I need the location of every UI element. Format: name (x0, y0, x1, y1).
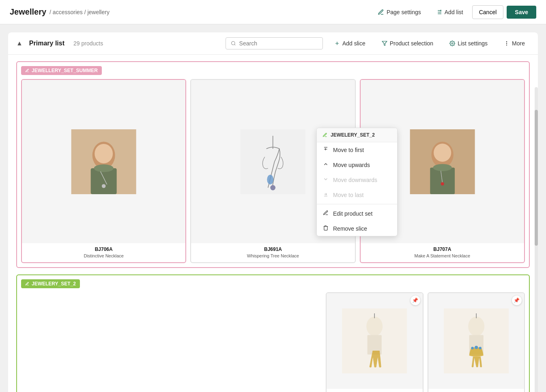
save-button[interactable]: Save (507, 6, 536, 19)
product-image: 📌 (428, 293, 524, 389)
scroll-thumb[interactable] (535, 110, 538, 246)
context-menu-title: JEWELERY_SET_2 (331, 132, 375, 138)
svg-point-31 (441, 182, 444, 185)
product-info: BJ707A Make A Statement Necklace (361, 243, 524, 262)
move-downwards-item[interactable]: Move downwards (317, 172, 397, 187)
cancel-button[interactable]: Cancel (472, 5, 504, 19)
product-set-summer: JEWELLERY_SET_SUMMER (16, 61, 530, 268)
product-card[interactable]: 📌 BJ743A Mexican Fan Necklace (428, 292, 525, 392)
list-toolbar: ▲ Primary list 29 products Add slice Pro… (8, 32, 538, 55)
svg-point-37 (468, 317, 484, 336)
product-image (22, 80, 185, 243)
trash-icon (322, 225, 329, 232)
edit-set-icon-summer (25, 69, 29, 73)
svg-point-12 (507, 43, 507, 43)
breadcrumb: / accessories / jewellery (49, 9, 110, 15)
collapse-button[interactable]: ▲ (16, 40, 23, 47)
move-first-icon (322, 146, 329, 153)
context-menu: JEWELERY_SET_2 Move to first Move upward… (316, 128, 398, 236)
svg-point-10 (451, 43, 453, 44)
product-card[interactable]: BJ706A Distinctive Necklace (21, 79, 186, 263)
search-box (226, 37, 323, 49)
product-set-2: JEWELERY_SET_2 (16, 274, 530, 392)
svg-marker-9 (382, 41, 387, 46)
scroll-track[interactable] (535, 87, 538, 392)
svg-point-20 (102, 184, 106, 188)
svg-point-41 (471, 347, 473, 349)
product-info: BJ743A Mexican Fan Necklace (428, 389, 524, 392)
svg-point-33 (366, 317, 383, 336)
search-icon (231, 41, 236, 46)
set2-row1-grid: 📌 BJ743A Carefree Tassel Necklace (21, 292, 525, 392)
product-image: 📌 (327, 293, 422, 389)
add-list-button[interactable]: Add list (430, 6, 469, 19)
svg-point-11 (507, 41, 507, 42)
collapse-icon: ▲ (16, 40, 23, 47)
edit-set-icon-2 (25, 282, 29, 286)
product-info: BJ691A Whispering Tree Necklace (191, 243, 355, 262)
edit-product-set-item[interactable]: Edit product set (317, 206, 397, 221)
list-settings-button[interactable]: List settings (445, 38, 492, 49)
svg-point-27 (434, 144, 451, 162)
logo: Jewellery (10, 7, 46, 17)
main-content: ▲ Primary list 29 products Add slice Pro… (0, 24, 546, 392)
context-menu-header: JEWELERY_SET_2 (317, 128, 397, 142)
set-2-label: JEWELERY_SET_2 (21, 279, 80, 288)
svg-point-18 (94, 164, 114, 172)
move-last-icon (322, 191, 329, 198)
product-count: 29 products (73, 40, 103, 47)
product-selection-icon (382, 41, 387, 46)
svg-rect-28 (430, 167, 455, 194)
add-slice-icon (334, 41, 340, 46)
svg-point-16 (95, 144, 113, 163)
pin-icon: 📌 (512, 296, 522, 305)
product-img-mexican-fan (428, 308, 524, 373)
search-input[interactable] (239, 40, 318, 47)
edit-icon (322, 210, 329, 217)
product-img-bj706a (22, 129, 185, 194)
list-panel: ▲ Primary list 29 products Add slice Pro… (8, 32, 538, 392)
more-icon (504, 41, 509, 46)
add-list-icon (436, 9, 442, 15)
svg-line-8 (234, 44, 235, 45)
move-to-first-item[interactable]: Move to first (317, 142, 397, 157)
move-to-last-item[interactable]: Move to last (317, 187, 397, 202)
page-settings-icon (378, 9, 384, 15)
svg-point-23 (267, 175, 274, 184)
product-card[interactable]: 📌 BJ743A Carefree Tassel Necklace (326, 292, 423, 392)
summer-products-grid: BJ706A Distinctive Necklace (21, 79, 525, 263)
product-selection-button[interactable]: Product selection (377, 38, 438, 49)
move-upwards-item[interactable]: Move upwards (317, 157, 397, 172)
svg-point-42 (479, 347, 481, 349)
list-title: Primary list (29, 40, 64, 47)
pin-icon: 📌 (411, 296, 420, 305)
svg-point-13 (507, 45, 507, 45)
add-slice-button[interactable]: Add slice (329, 38, 370, 49)
move-up-icon (322, 161, 329, 168)
product-info: BJ706A Distinctive Necklace (22, 243, 185, 262)
svg-point-40 (475, 346, 478, 349)
context-menu-edit-icon (322, 133, 327, 137)
move-down-icon (322, 176, 329, 183)
svg-point-29 (433, 164, 451, 171)
remove-slice-item[interactable]: Remove slice (317, 221, 397, 236)
summer-set-label: JEWELLERY_SET_SUMMER (21, 66, 102, 75)
grid-wrapper: JEWELLERY_SET_SUMMER (8, 55, 538, 392)
product-img-carefree (327, 308, 422, 373)
more-button[interactable]: More (499, 38, 530, 49)
context-menu-divider (317, 204, 397, 204)
svg-point-7 (232, 41, 235, 45)
top-header: Jewellery / accessories / jewellery Page… (0, 0, 546, 24)
product-info: BJ743A Carefree Tassel Necklace (327, 389, 422, 392)
page-settings-button[interactable]: Page settings (372, 6, 427, 19)
svg-point-24 (271, 185, 276, 190)
list-settings-icon (449, 41, 455, 46)
grid-area: JEWELLERY_SET_SUMMER (8, 55, 538, 392)
